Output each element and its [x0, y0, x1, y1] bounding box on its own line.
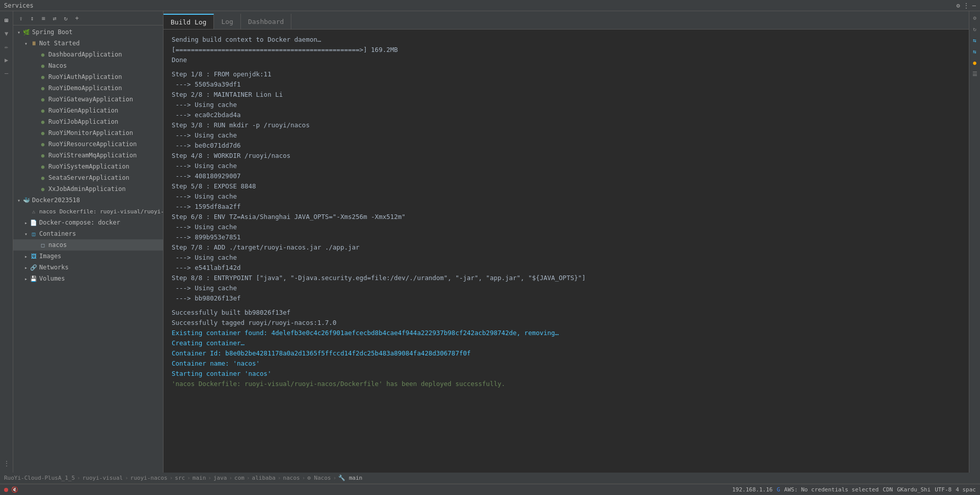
play-icon[interactable]: ▶ — [2, 55, 12, 65]
tree-item-docker-compose[interactable]: 📄 Docker-compose: docker — [13, 217, 163, 228]
tree-item-networks[interactable]: 🔗 Networks — [13, 262, 163, 273]
breadcrumb-item-1[interactable]: RuoYi-Cloud-PlusA_1_5 — [4, 475, 75, 481]
more-icon[interactable]: ⋮ — [963, 2, 969, 9]
expand-icon[interactable]: ↕ — [28, 14, 37, 23]
breadcrumb-item-7[interactable]: com — [234, 475, 244, 481]
log-line: ---> 899b953e7851 — [172, 232, 961, 242]
ruoyi-gen-label: RuoYiGenApplication — [48, 107, 118, 114]
settings-right-icon[interactable]: ⚙ — [970, 13, 979, 22]
tree-item-ruoyi-demo[interactable]: ● RuoYiDemoApplication — [13, 82, 163, 94]
breadcrumb-item-8[interactable]: alibaba — [252, 475, 276, 481]
log-line: Starting container 'nacos' — [172, 369, 961, 379]
tree-item-dashboard-app[interactable]: ● DashboardApplication — [13, 49, 163, 60]
right-gutter: ⚙ ↻ ⇆ ⇆ ● ☰ — [969, 11, 980, 473]
tab-dashboard[interactable]: Dashboard — [241, 14, 291, 29]
link-icon-2[interactable]: ⇆ — [970, 47, 979, 56]
log-line: Container name: 'nacos' — [172, 359, 961, 369]
tab-build-log[interactable]: Build Log — [164, 14, 214, 29]
service-icon-5: ● — [39, 95, 47, 103]
tree-item-images[interactable]: 🖼 Images — [13, 251, 163, 262]
log-line: Step 6/8 : ENV TZ=Asia/Shanghai JAVA_OPT… — [172, 212, 961, 222]
tree-item-docker[interactable]: 🐳 Docker2023518 — [13, 195, 163, 206]
nacos-container-label: nacos — [48, 241, 67, 249]
error-dot — [4, 488, 8, 492]
cdn-indicator[interactable]: CDN — [883, 486, 893, 493]
dots-icon[interactable]: ⋮ — [2, 458, 12, 469]
tree-item-ruoyi-resource[interactable]: ● RuoYiResourceApplication — [13, 139, 163, 150]
log-line: Step 2/8 : MAINTAINER Lion Li — [172, 90, 961, 100]
minimize-icon[interactable]: — — [972, 2, 976, 9]
aws-indicator[interactable]: AWS: No credentials selected — [784, 486, 879, 493]
link-icon-1[interactable]: ⇆ — [970, 36, 979, 45]
breadcrumb-item-5[interactable]: main — [193, 475, 206, 481]
list-right-icon[interactable]: ☰ — [970, 69, 979, 78]
breadcrumb-item-9[interactable]: nacos — [283, 475, 300, 481]
breadcrumb-item-10[interactable]: ⚙ Nacos — [307, 475, 331, 481]
networks-label: Networks — [39, 264, 69, 271]
toggle-icon[interactable]: ⇄ — [50, 14, 59, 23]
spaces-indicator[interactable]: 4 spac — [956, 486, 976, 493]
ip-indicator[interactable]: 192.168.1.16 — [732, 486, 772, 493]
collapse-all-icon[interactable]: ⇪ — [16, 14, 25, 23]
chrome-indicator: G — [777, 486, 780, 493]
settings-icon[interactable]: ⚙ — [957, 2, 960, 9]
tree-item-ruoyi-auth[interactable]: ● RuoYiAuthApplication — [13, 71, 163, 82]
filter-icon[interactable]: ≡ — [39, 14, 48, 23]
tree-item-dockerfile[interactable]: ⚠ nacos Dockerfile: ruoyi-visual/ruoyi-n… — [13, 206, 163, 217]
breadcrumb-item-3[interactable]: ruoyi-nacos — [130, 475, 168, 481]
grid-icon[interactable]: ⊞ — [2, 15, 12, 25]
containers-label: Containers — [39, 230, 76, 237]
tree-item-ruoyi-system[interactable]: ● RuoYiSystemApplication — [13, 161, 163, 172]
tree-item-seata[interactable]: ● SeataServerApplication — [13, 172, 163, 183]
tree-item-xxjob[interactable]: ● XxJobAdminApplication — [13, 183, 163, 195]
cdn-label: CDN — [883, 486, 893, 493]
tree-item-nacos[interactable]: ● Nacos — [13, 60, 163, 71]
service-icon-7: ● — [39, 118, 47, 126]
log-line: Successfully built bb98026f13ef — [172, 308, 961, 318]
tree-item-ruoyi-job[interactable]: ● RuoYiJobApplication — [13, 116, 163, 127]
tree-arrow-compose — [22, 219, 30, 226]
ruoyi-system-label: RuoYiSystemApplication — [48, 163, 129, 170]
tab-log-label: Log — [221, 18, 233, 25]
encoding-label: UTF-8 — [935, 486, 951, 493]
tree-item-not-started[interactable]: ⏸ Not Started — [13, 38, 163, 49]
circle-icon[interactable]: ● — [970, 58, 979, 67]
refresh-right-icon[interactable]: ↻ — [970, 24, 979, 34]
breadcrumb-item-2[interactable]: ruoyi-visual — [83, 475, 123, 481]
breadcrumb-sep-7: › — [247, 475, 250, 481]
tree-arrow-images — [22, 253, 30, 260]
tree-item-ruoyi-gateway[interactable]: ● RuoYiGatewayApplication — [13, 94, 163, 105]
breadcrumb-item-4[interactable]: src — [175, 475, 185, 481]
refresh-icon[interactable]: ↻ — [61, 14, 70, 23]
encoding-indicator[interactable]: UTF-8 — [935, 486, 951, 493]
build-log-content[interactable]: Sending build context to Docker daemon…[… — [164, 30, 969, 473]
pencil-icon[interactable]: ✏ — [2, 42, 12, 52]
tree-item-ruoyi-monitor[interactable]: ● RuoYiMonitorApplication — [13, 127, 163, 139]
ruoyi-resource-label: RuoYiResourceApplication — [48, 141, 137, 148]
tree-item-containers[interactable]: ◫ Containers — [13, 228, 163, 239]
bottom-bar-mute-icon[interactable]: 🔇 — [11, 486, 18, 493]
log-line: ---> Using cache — [172, 283, 961, 293]
git-indicator[interactable]: GKardu_Shi — [897, 486, 931, 493]
tree-item-nacos-container[interactable]: □ nacos — [13, 239, 163, 251]
breadcrumb-item-6[interactable]: java — [213, 475, 227, 481]
dash-icon[interactable]: — — [2, 68, 12, 78]
container-icon: □ — [39, 241, 47, 249]
tree-item-volumes[interactable]: 💾 Volumes — [13, 273, 163, 284]
chevron-down-icon[interactable]: ▼ — [2, 29, 12, 39]
git-label: GKardu_Shi — [897, 486, 931, 493]
add-icon[interactable]: + — [72, 14, 81, 23]
tree-item-spring-boot[interactable]: 🌿 Spring Boot — [13, 26, 163, 38]
log-line: ---> Using cache — [172, 253, 961, 263]
breadcrumb-item-11[interactable]: 🔧 main — [338, 475, 362, 481]
log-line: Step 5/8 : EXPOSE 8848 — [172, 181, 961, 191]
top-bar-title: Services — [4, 2, 34, 9]
tree-item-ruoyi-stream[interactable]: ● RuoYiStreamMqApplication — [13, 150, 163, 161]
breadcrumb-sep-5: › — [208, 475, 211, 481]
not-started-icon: ⏸ — [30, 39, 38, 47]
log-line: Step 8/8 : ENTRYPOINT ["java", "-Djava.s… — [172, 273, 961, 283]
main-layout: ⊞ ▼ ✏ ▶ — ⋮ ⇪ ↕ ≡ ⇄ ↻ + 🌿 Spring Boot — [0, 11, 980, 473]
tree-item-ruoyi-gen[interactable]: ● RuoYiGenApplication — [13, 105, 163, 116]
bottom-bar-left: 🔇 — [4, 486, 18, 493]
tab-log[interactable]: Log — [214, 14, 240, 29]
